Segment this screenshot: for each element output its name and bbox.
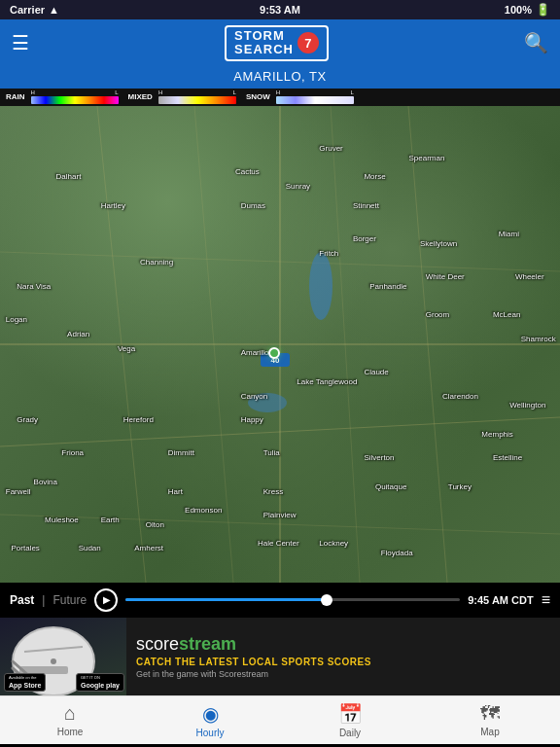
city-label: Stinnett (353, 201, 379, 210)
location-marker (268, 347, 280, 359)
city-label: Spearman (408, 154, 444, 162)
city-label: Memphis (481, 430, 512, 439)
play-icon: ▶ (103, 594, 111, 605)
city-label: Muleshoe (45, 516, 79, 524)
ad-content: score stream CATCH THE LATEST LOCAL SPOR… (126, 628, 560, 685)
city-label: Quitaque (375, 482, 406, 491)
search-button[interactable]: 🔍 (524, 31, 548, 54)
radar-map[interactable]: 40 GruverSpearmanDalhartCactusSunrayMors… (0, 106, 560, 583)
city-label: Logan (6, 315, 27, 324)
city-label: Edmonson (185, 506, 222, 515)
logo-storm: STORM (234, 29, 294, 43)
radar-legend: RAIN H L MIXED H L SNOW H L (0, 89, 560, 106)
city-label: Channing (140, 258, 173, 267)
home-icon: ⌂ (64, 702, 76, 725)
timeline-thumb[interactable] (321, 594, 332, 606)
city-label: Tulia (263, 448, 280, 457)
mixed-high: H (158, 89, 162, 95)
snow-bar (276, 96, 354, 104)
city-label: Dalhart (56, 172, 82, 181)
rain-bar (31, 96, 119, 104)
city-label: Friona (61, 448, 84, 457)
city-label: Vega (118, 344, 135, 353)
snow-high: H (276, 89, 280, 95)
status-time: 9:53 AM (260, 4, 300, 16)
play-button[interactable]: ▶ (94, 588, 118, 612)
timeline-bar: Past | Future ▶ 9:45 AM CDT ≡ (0, 583, 560, 618)
city-label: Sudan (79, 544, 101, 552)
nav-map[interactable]: 🗺 Map (420, 698, 560, 741)
city-label: Wheeler (515, 272, 544, 281)
city-label: Panhandle (369, 282, 406, 291)
battery-info: 100% 🔋 (505, 3, 550, 17)
location-text: AMARILLO, TX (233, 69, 326, 84)
nav-home[interactable]: ⌂ Home (0, 698, 140, 741)
battery-percent: 100% (505, 4, 532, 16)
hourly-icon: ◉ (202, 702, 219, 726)
timeline-time: 9:45 AM CDT (468, 594, 533, 606)
logo-search: SEARCH (234, 43, 294, 56)
carrier-info: Carrier ▲ (10, 4, 59, 16)
city-label: Sunray (286, 182, 310, 191)
timeline-future-label: Future (52, 593, 87, 607)
layers-icon[interactable]: ≡ (542, 591, 550, 609)
timeline-fill (125, 598, 326, 601)
city-label: Canyon (241, 392, 268, 401)
city-label: Skellytown (420, 239, 457, 248)
nav-hourly[interactable]: ◉ Hourly (140, 698, 280, 742)
map-label: Map (480, 727, 499, 737)
city-label: Gruver (319, 144, 342, 153)
hourly-label: Hourly (196, 728, 225, 738)
svg-point-17 (51, 658, 56, 664)
city-label: McLean (493, 310, 520, 319)
city-label: Turkey (448, 482, 472, 491)
timeline-track[interactable] (125, 598, 460, 601)
city-label: Amarillo (241, 348, 269, 357)
city-label: Adrian (67, 330, 89, 338)
svg-point-11 (309, 252, 332, 320)
map-background: 40 GruverSpearmanDalhartCactusSunrayMors… (0, 106, 560, 583)
daily-label: Daily (339, 728, 361, 738)
mixed-low: L (233, 89, 236, 95)
home-label: Home (57, 727, 84, 737)
mixed-bar (158, 96, 236, 104)
status-bar: Carrier ▲ 9:53 AM 100% 🔋 (0, 0, 560, 19)
city-label: Hartley (101, 201, 125, 210)
city-label: Amherst (134, 544, 163, 552)
city-label: Dumas (241, 201, 265, 210)
city-label: Lake Tanglewood (297, 377, 357, 386)
city-label: Fritch (319, 249, 338, 258)
city-label: Hereford (123, 415, 154, 424)
city-label: Nara Visa (17, 282, 51, 291)
wifi-icon: ▲ (49, 4, 59, 16)
bottom-navigation: ⌂ Home ◉ Hourly 📅 Daily 🗺 Map (0, 695, 560, 744)
rain-high: H (31, 89, 35, 95)
ad-image: Available on the App Store GET IT ON Goo… (0, 618, 126, 695)
city-label: Bovina (34, 478, 57, 486)
app-logo: STORM SEARCH 7 (225, 25, 329, 61)
city-label: Clarendon (442, 392, 478, 401)
rain-low: L (115, 89, 118, 95)
ad-banner[interactable]: Available on the App Store GET IT ON Goo… (0, 618, 560, 695)
app-store-badge: Available on the App Store (9, 675, 41, 689)
city-label: Lockney (319, 539, 348, 548)
score-text: score (136, 634, 179, 655)
city-label: Plainview (263, 511, 297, 519)
city-label: Miami (499, 230, 519, 238)
city-label: Claude (364, 368, 388, 376)
city-label: Groom (426, 310, 449, 319)
carrier-text: Carrier (10, 4, 45, 16)
daily-icon: 📅 (338, 702, 363, 726)
logo-number: 7 (298, 32, 319, 53)
map-icon: 🗺 (480, 702, 500, 725)
menu-button[interactable]: ☰ (12, 33, 29, 53)
app-header: ☰ STORM SEARCH 7 🔍 (0, 19, 560, 67)
nav-daily[interactable]: 📅 Daily (280, 698, 420, 742)
city-label: Silverton (364, 453, 394, 462)
city-label: Morse (364, 172, 385, 181)
city-label: Kress (263, 487, 283, 496)
legend-snow-label: SNOW (246, 92, 270, 101)
city-label: Cactus (235, 167, 260, 176)
city-label: Farwell (6, 487, 31, 496)
city-label: Earth (101, 516, 120, 524)
